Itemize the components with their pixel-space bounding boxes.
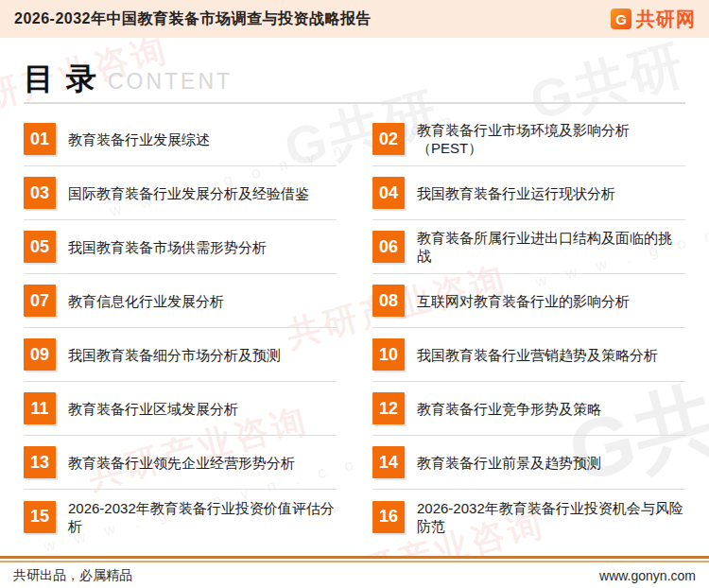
toc-item-16: 16 2026-2032年教育装备行业投资机会与风险防范 bbox=[372, 490, 685, 544]
chapter-number-badge: 05 bbox=[24, 231, 56, 263]
toc-item-10: 10 我国教育装备行业营销趋势及策略分析 bbox=[372, 328, 685, 382]
chapter-title: 教育装备行业发展综述 bbox=[68, 130, 210, 148]
toc-heading: 目 录 CONTENT bbox=[24, 59, 685, 98]
toc-title-en: CONTENT bbox=[108, 69, 233, 95]
toc-heading-divider bbox=[24, 102, 685, 104]
chapter-title: 国际教育装备行业发展分析及经验借鉴 bbox=[68, 184, 309, 202]
toc-item-01: 01 教育装备行业发展综述 bbox=[24, 112, 337, 166]
chapter-title: 教育装备行业竞争形势及策略 bbox=[417, 400, 601, 418]
chapter-number-badge: 04 bbox=[372, 177, 405, 209]
chapter-title: 2026-2032年教育装备行业投资机会与风险防范 bbox=[417, 499, 685, 535]
brand-logo-icon: G bbox=[611, 9, 631, 29]
brand-logo: G 共研网 bbox=[611, 7, 696, 32]
report-toc-page: 2026-2032年中国教育装备市场调查与投资战略报告 G 共研网 共研产业咨询… bbox=[0, 0, 709, 588]
toc-item-08: 08 互联网对教育装备行业的影响分析 bbox=[372, 274, 685, 328]
chapter-number-badge: 08 bbox=[372, 285, 405, 317]
toc-item-05: 05 我国教育装备市场供需形势分析 bbox=[24, 220, 337, 274]
toc-item-14: 14 教育装备行业前景及趋势预测 bbox=[372, 436, 685, 490]
toc-item-07: 07 教育信息化行业发展分析 bbox=[24, 274, 337, 328]
chapter-number-badge: 16 bbox=[372, 501, 405, 533]
chapter-title: 我国教育装备行业营销趋势及策略分析 bbox=[417, 346, 658, 364]
toc-item-12: 12 教育装备行业竞争形势及策略 bbox=[372, 382, 685, 436]
chapter-title: 2026-2032年教育装备行业投资价值评估分析 bbox=[68, 499, 337, 535]
chapter-number-badge: 09 bbox=[24, 338, 56, 371]
chapter-title: 教育装备所属行业进出口结构及面临的挑战 bbox=[417, 229, 685, 265]
chapter-title: 教育装备行业市场环境及影响分析（PEST） bbox=[417, 121, 685, 157]
chapter-title: 教育装备行业区域发展分析 bbox=[68, 400, 238, 418]
chapter-title: 教育装备行业前景及趋势预测 bbox=[417, 454, 601, 472]
chapter-title: 教育信息化行业发展分析 bbox=[68, 292, 224, 310]
chapter-number-badge: 07 bbox=[24, 285, 56, 317]
toc-item-06: 06 教育装备所属行业进出口结构及面临的挑战 bbox=[372, 220, 685, 274]
toc-grid: 01 教育装备行业发展综述 02 教育装备行业市场环境及影响分析（PEST） 0… bbox=[24, 112, 685, 544]
chapter-number-badge: 14 bbox=[372, 446, 405, 478]
chapter-title: 我国教育装备细分市场分析及预测 bbox=[68, 346, 281, 364]
chapter-title: 互联网对教育装备行业的影响分析 bbox=[417, 292, 630, 310]
chapter-number-badge: 12 bbox=[372, 392, 405, 424]
chapter-title: 我国教育装备行业运行现状分析 bbox=[417, 184, 615, 202]
footer: 共研出品，必属精品 www.gonyn.com bbox=[0, 556, 709, 588]
chapter-number-badge: 10 bbox=[372, 338, 405, 371]
chapter-title: 教育装备行业领先企业经营形势分析 bbox=[68, 454, 295, 472]
chapter-number-badge: 02 bbox=[372, 123, 405, 155]
toc-item-09: 09 我国教育装备细分市场分析及预测 bbox=[24, 328, 337, 382]
toc-title-cn: 目 录 bbox=[24, 59, 98, 100]
header-bar: 2026-2032年中国教育装备市场调查与投资战略报告 G 共研网 bbox=[0, 0, 709, 38]
toc-item-02: 02 教育装备行业市场环境及影响分析（PEST） bbox=[372, 112, 685, 166]
footer-text-row: 共研出品，必属精品 www.gonyn.com bbox=[0, 562, 709, 588]
toc-item-13: 13 教育装备行业领先企业经营形势分析 bbox=[24, 436, 337, 490]
toc-item-04: 04 我国教育装备行业运行现状分析 bbox=[372, 166, 685, 220]
footer-website-url: www.gonyn.com bbox=[599, 568, 696, 583]
toc-item-03: 03 国际教育装备行业发展分析及经验借鉴 bbox=[24, 166, 337, 220]
chapter-number-badge: 01 bbox=[24, 123, 56, 155]
toc-content: 目 录 CONTENT 01 教育装备行业发展综述 02 教育装备行业市场环境及… bbox=[0, 59, 709, 544]
chapter-title: 我国教育装备市场供需形势分析 bbox=[68, 238, 267, 256]
chapter-number-badge: 03 bbox=[24, 177, 56, 209]
footer-slogan: 共研出品，必属精品 bbox=[13, 567, 132, 584]
chapter-number-badge: 11 bbox=[24, 392, 56, 424]
chapter-number-badge: 15 bbox=[24, 501, 56, 533]
toc-item-15: 15 2026-2032年教育装备行业投资价值评估分析 bbox=[24, 490, 337, 544]
brand-logo-text: 共研网 bbox=[636, 7, 696, 32]
chapter-number-badge: 06 bbox=[372, 231, 405, 263]
toc-item-11: 11 教育装备行业区域发展分析 bbox=[24, 382, 337, 436]
chapter-number-badge: 13 bbox=[24, 446, 56, 478]
report-title: 2026-2032年中国教育装备市场调查与投资战略报告 bbox=[14, 9, 372, 29]
